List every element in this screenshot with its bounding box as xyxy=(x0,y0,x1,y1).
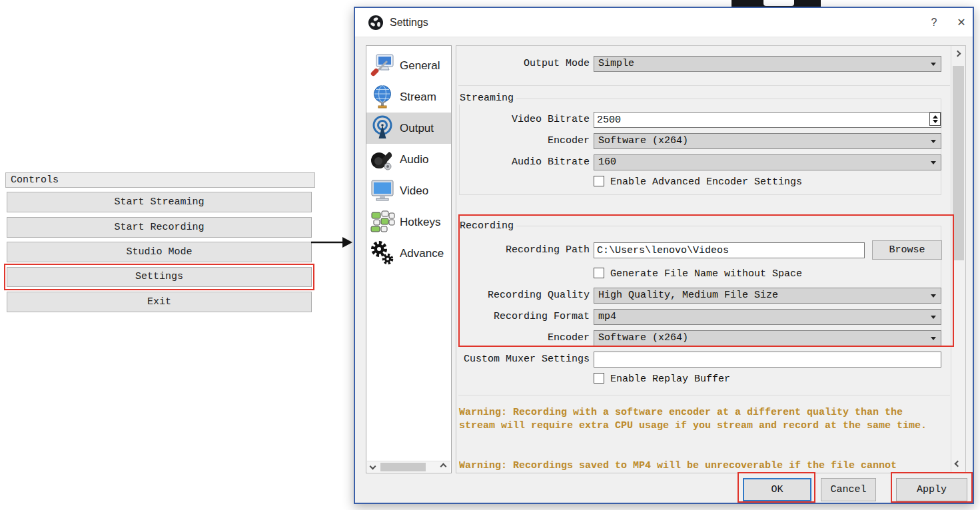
advanced-icon xyxy=(370,240,395,266)
browse-button[interactable]: Browse xyxy=(872,240,942,260)
video-bitrate-input[interactable] xyxy=(594,112,941,128)
close-button[interactable]: ✕ xyxy=(950,13,973,33)
sidebar-item-stream[interactable]: Stream xyxy=(366,81,451,113)
page: { "colors": { "annotation_red": "#e0352b… xyxy=(0,0,980,510)
scroll-up-button[interactable] xyxy=(951,46,965,61)
enable-advanced-encoder-checkbox[interactable] xyxy=(594,176,604,186)
recording-quality-select[interactable]: High Quality, Medium File Size xyxy=(594,288,941,304)
vertical-scrollbar[interactable] xyxy=(951,46,965,473)
recording-path-input[interactable] xyxy=(594,242,865,258)
stream-encoder-select[interactable]: Software (x264) xyxy=(594,133,941,149)
scroll-right-button[interactable] xyxy=(439,461,450,472)
audio-bitrate-select[interactable]: 160 xyxy=(594,154,941,170)
output-settings-panel: Output Mode Simple Streaming Video Bitra… xyxy=(456,45,966,473)
controls-panel-header: Controls xyxy=(5,172,315,188)
title-bar: Settings ? ✕ xyxy=(355,8,973,37)
custom-muxer-input[interactable] xyxy=(594,352,941,368)
apply-button[interactable]: Apply xyxy=(896,478,967,501)
stream-icon xyxy=(370,84,395,109)
chevron-down-icon xyxy=(955,461,961,467)
sidebar-item-output[interactable]: Output xyxy=(366,113,451,144)
obs-logo-icon xyxy=(368,15,384,31)
sidebar-item-label: Video xyxy=(400,175,428,206)
output-icon xyxy=(370,115,395,140)
sidebar-item-general[interactable]: General xyxy=(366,50,451,81)
stream-encoder-label: Encoder xyxy=(456,133,590,149)
cancel-button[interactable]: Cancel xyxy=(821,478,876,501)
recording-quality-label: Recording Quality xyxy=(456,288,590,304)
sidebar-item-hotkeys[interactable]: Hotkeys xyxy=(366,206,451,238)
enable-advanced-encoder-row: Enable Advanced Encoder Settings xyxy=(594,176,802,189)
recording-encoder-label: Encoder xyxy=(456,330,590,346)
start-recording-button[interactable]: Start Recording xyxy=(7,217,312,238)
chevron-left-icon xyxy=(370,463,376,470)
generate-no-space-checkbox[interactable] xyxy=(594,268,604,278)
sidebar-item-label: Advance xyxy=(400,238,444,269)
sidebar-item-audio[interactable]: Audio xyxy=(366,144,451,175)
output-mode-label: Output Mode xyxy=(456,56,590,72)
general-icon xyxy=(370,53,395,78)
generate-no-space-row: Generate File Name without Space xyxy=(594,268,802,281)
video-bitrate-spinbox[interactable] xyxy=(594,112,941,128)
recording-format-label: Recording Format xyxy=(456,309,590,325)
audio-bitrate-label: Audio Bitrate xyxy=(456,154,590,170)
streaming-group-label: Streaming xyxy=(459,93,516,105)
spinner-buttons[interactable] xyxy=(929,113,941,126)
warning-text-2: Warning: Recordings saved to MP4 will be… xyxy=(459,459,949,473)
dialog-title: Settings xyxy=(390,8,428,37)
hotkeys-icon xyxy=(370,209,395,234)
annotation-arrow xyxy=(310,234,353,251)
video-bitrate-label: Video Bitrate xyxy=(456,112,590,128)
warning-text-1: Warning: Recording with a software encod… xyxy=(459,406,928,433)
output-mode-select[interactable]: Simple xyxy=(594,56,941,72)
enable-replay-checkbox[interactable] xyxy=(594,373,604,383)
exit-button[interactable]: Exit xyxy=(7,292,312,312)
custom-muxer-label: Custom Muxer Settings xyxy=(456,352,590,368)
settings-button[interactable]: Settings xyxy=(7,267,312,287)
sidebar-item-video[interactable]: Video xyxy=(366,175,451,206)
spin-up-icon xyxy=(933,115,938,119)
sidebar-item-label: Stream xyxy=(400,81,436,113)
video-icon xyxy=(370,178,395,203)
sidebar-item-label: Output xyxy=(400,113,434,144)
recording-format-select[interactable]: mp4 xyxy=(594,309,941,325)
recording-encoder-select[interactable]: Software (x264) xyxy=(594,330,941,346)
recording-group-label: Recording xyxy=(459,220,516,232)
horizontal-scroll-thumb[interactable] xyxy=(380,463,426,471)
checkbox-label: Enable Replay Buffer xyxy=(610,374,730,385)
audio-icon xyxy=(370,146,395,172)
scroll-down-button[interactable] xyxy=(951,458,965,473)
checkbox-label: Generate File Name without Space xyxy=(610,268,802,280)
chevron-up-icon xyxy=(955,51,961,57)
sidebar-item-advanced[interactable]: Advance xyxy=(366,238,451,269)
sidebar-item-label: General xyxy=(400,50,440,81)
enable-replay-row: Enable Replay Buffer xyxy=(594,373,730,386)
help-button[interactable]: ? xyxy=(923,13,945,33)
settings-sidebar: General Stream Output xyxy=(366,45,452,473)
recording-path-label: Recording Path xyxy=(456,242,590,258)
background-window-detail xyxy=(763,0,794,6)
chevron-right-icon xyxy=(440,463,447,470)
start-streaming-button[interactable]: Start Streaming xyxy=(7,192,312,212)
sidebar-horizontal-scrollbar[interactable] xyxy=(367,461,450,472)
settings-dialog: Settings ? ✕ General xyxy=(354,7,974,504)
spin-down-icon xyxy=(933,120,938,123)
ok-button[interactable]: OK xyxy=(743,478,811,501)
sidebar-item-label: Hotkeys xyxy=(400,206,440,238)
studio-mode-button[interactable]: Studio Mode xyxy=(7,242,312,262)
checkbox-label: Enable Advanced Encoder Settings xyxy=(610,176,802,188)
vertical-scroll-thumb[interactable] xyxy=(953,66,964,260)
sidebar-item-label: Audio xyxy=(400,144,428,175)
scroll-left-button[interactable] xyxy=(367,461,378,472)
